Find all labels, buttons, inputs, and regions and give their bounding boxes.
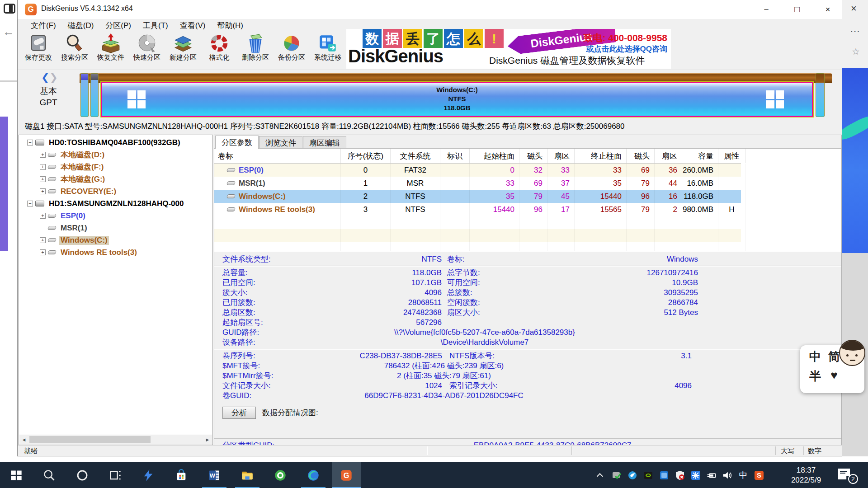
ime-lang-icon[interactable]: 中 — [738, 470, 748, 480]
power-plug-icon[interactable] — [707, 470, 717, 480]
tree-item-MSR(1)[interactable]: MSR(1) — [19, 222, 212, 234]
ime-emoji-button[interactable]: ♥ — [825, 368, 844, 384]
tree-item-HD0:TOSHIBAMQ04ABF100(932GB)[interactable]: −HD0:TOSHIBAMQ04ABF100(932GB) — [19, 136, 212, 149]
column-header-8[interactable]: 磁头 — [627, 149, 655, 163]
tray-expand-icon[interactable] — [596, 470, 606, 480]
column-header-7[interactable]: 终止柱面 — [575, 149, 627, 163]
volume-icon[interactable] — [722, 470, 732, 480]
diskgenius-icon[interactable]: G — [332, 462, 361, 488]
expand-icon[interactable]: + — [40, 237, 46, 243]
tree-item-HD1:SAMSUNGMZNLN128HAHQ-000[interactable]: −HD1:SAMSUNGMZNLN128HAHQ-000 — [19, 197, 212, 210]
analyze-button[interactable]: 分析 — [222, 407, 256, 419]
tree-item-Windows(C:)[interactable]: +Windows(C:) — [19, 234, 212, 246]
ime-lang-toggle[interactable]: 中 — [806, 349, 825, 365]
column-header-6[interactable]: 扇区 — [547, 149, 575, 163]
toolbar-button-新建分区[interactable]: 新建分区 — [165, 33, 201, 69]
collapse-icon[interactable]: − — [27, 140, 33, 145]
menu-item-5[interactable]: 帮助(H) — [211, 19, 249, 32]
title-bar[interactable]: G DiskGenius V5.4.3.1342 x64 − □ × — [18, 0, 842, 19]
tab-浏览文件[interactable]: 浏览文件 — [259, 136, 302, 148]
ime-status-grid[interactable]: 中 简 半 ♥ — [806, 349, 844, 384]
scroll-left-icon[interactable]: ◄ — [19, 435, 28, 444]
notification-center-icon[interactable]: 2 — [835, 468, 858, 484]
favorite-star-icon[interactable]: ☆ — [852, 46, 860, 57]
table-row-ESP(0)[interactable]: ESP(0)0FAT3203233336936260.0MB — [214, 164, 741, 177]
scroll-right-icon[interactable]: ► — [203, 435, 212, 444]
sogou-ime-panel[interactable]: 中 简 半 ♥ — [800, 345, 864, 393]
menu-item-0[interactable]: 文件(F) — [25, 19, 62, 32]
taskbar-clock[interactable]: 18:37 2022/5/9 — [783, 465, 829, 485]
column-header-11[interactable]: 属性 — [718, 149, 745, 163]
prev-disk-icon[interactable]: ❮ — [41, 72, 49, 83]
column-header-1[interactable]: 序号(状态) — [341, 149, 391, 163]
expand-icon[interactable]: + — [40, 152, 46, 158]
toolbar-button-快速分区[interactable]: 快速分区 — [129, 33, 165, 69]
minimize-button[interactable]: − — [751, 0, 782, 19]
background-close-icon[interactable]: × — [851, 3, 857, 14]
partition-block-msr[interactable] — [90, 73, 99, 117]
toolbar-button-搜索分区[interactable]: 搜索分区 — [57, 33, 93, 69]
column-header-9[interactable]: 扇区 — [655, 149, 682, 163]
toolbar-button-删除分区[interactable]: 删除分区 — [237, 33, 274, 69]
sync-check-icon[interactable] — [612, 470, 622, 480]
intel-graphics-icon[interactable] — [659, 470, 669, 480]
disk-nav-arrows[interactable]: ❮❯ — [41, 72, 58, 84]
back-arrow-icon[interactable]: ← — [3, 25, 14, 39]
column-header-10[interactable]: 容量 — [682, 149, 718, 163]
banner-phone[interactable]: 致电: 400-008-9958 — [583, 32, 667, 44]
expand-icon[interactable]: + — [40, 164, 46, 170]
table-row-Windows(C:)[interactable]: Windows(C:)2NTFS357945154409616118.0GB — [214, 190, 741, 203]
tree-item-本地磁盘(D:)[interactable]: +本地磁盘(D:) — [19, 149, 212, 161]
more-options-icon[interactable]: ⋯ — [850, 25, 860, 37]
close-button[interactable]: × — [812, 0, 843, 19]
messenger-bird-icon[interactable] — [627, 470, 637, 480]
tree-item-ESP(0)[interactable]: +ESP(0) — [19, 210, 212, 222]
word-icon[interactable]: W — [200, 462, 229, 488]
next-disk-icon[interactable]: ❯ — [49, 72, 57, 83]
tree-item-Windows RE tools(3)[interactable]: +Windows RE tools(3) — [19, 246, 212, 258]
security-alert-icon[interactable] — [675, 470, 685, 480]
tree-item-RECOVERY(E:)[interactable]: +RECOVERY(E:) — [19, 185, 212, 197]
table-row-MSR(1)[interactable]: MSR(1)1MSR33693735794416.0MB — [214, 177, 741, 190]
tab-扇区编辑[interactable]: 扇区编辑 — [303, 136, 346, 148]
tree-item-本地磁盘(F:)[interactable]: +本地磁盘(F:) — [19, 161, 212, 173]
partition-block-esp[interactable] — [80, 73, 89, 117]
expand-icon[interactable]: + — [40, 249, 46, 255]
menu-item-1[interactable]: 磁盘(D) — [62, 19, 100, 32]
column-header-5[interactable]: 磁头 — [519, 149, 547, 163]
expand-icon[interactable]: + — [40, 213, 46, 219]
expand-icon[interactable]: + — [40, 176, 46, 182]
flash-icon[interactable] — [134, 462, 163, 488]
tree-item-本地磁盘(G:)[interactable]: +本地磁盘(G:) — [19, 173, 212, 185]
browser-360-icon[interactable] — [266, 462, 295, 488]
column-header-2[interactable]: 文件系统 — [391, 149, 440, 163]
menu-item-3[interactable]: 工具(T) — [137, 19, 174, 32]
menu-item-4[interactable]: 查看(V) — [174, 19, 212, 32]
column-header-0[interactable]: 卷标 — [214, 149, 341, 163]
collapse-icon[interactable]: − — [27, 201, 33, 206]
edge-icon[interactable] — [299, 462, 328, 488]
snowflake-icon[interactable] — [691, 470, 701, 480]
toolbar-button-备份分区[interactable]: 备份分区 — [274, 33, 310, 69]
file-explorer-icon[interactable] — [233, 462, 262, 488]
toolbar-button-恢复文件[interactable]: 恢复文件 — [93, 33, 129, 69]
toolbar-button-系统迁移[interactable]: 系统迁移 — [310, 33, 346, 69]
sogou-icon[interactable]: S — [754, 470, 764, 480]
start-icon[interactable] — [2, 462, 31, 488]
column-header-3[interactable]: 标识 — [440, 149, 470, 163]
expand-icon[interactable]: + — [40, 188, 46, 194]
task-view-icon[interactable] — [101, 462, 130, 488]
scrollbar-thumb[interactable] — [29, 436, 151, 443]
partition-block-windows-c[interactable]: Windows(C:) NTFS 118.0GB — [101, 82, 813, 117]
partition-block-re-tools[interactable] — [816, 73, 825, 117]
store-icon[interactable] — [167, 462, 196, 488]
horizontal-scrollbar[interactable]: ◄ ► — [19, 435, 212, 444]
ime-width-toggle[interactable]: 半 — [806, 368, 825, 384]
tab-分区参数[interactable]: 分区参数 — [215, 136, 259, 149]
toolbar-button-保存更改[interactable]: 保存更改 — [20, 33, 57, 69]
ad-banner[interactable]: 数据丢了怎么! DiskGenius DiskGenius 致电: 400-00… — [346, 29, 671, 69]
cortana-icon[interactable] — [68, 462, 97, 488]
maximize-button[interactable]: □ — [782, 0, 812, 19]
search-icon[interactable] — [35, 462, 64, 488]
banner-qq-link[interactable]: 或点击此处选择QQ咨询 — [586, 44, 667, 54]
